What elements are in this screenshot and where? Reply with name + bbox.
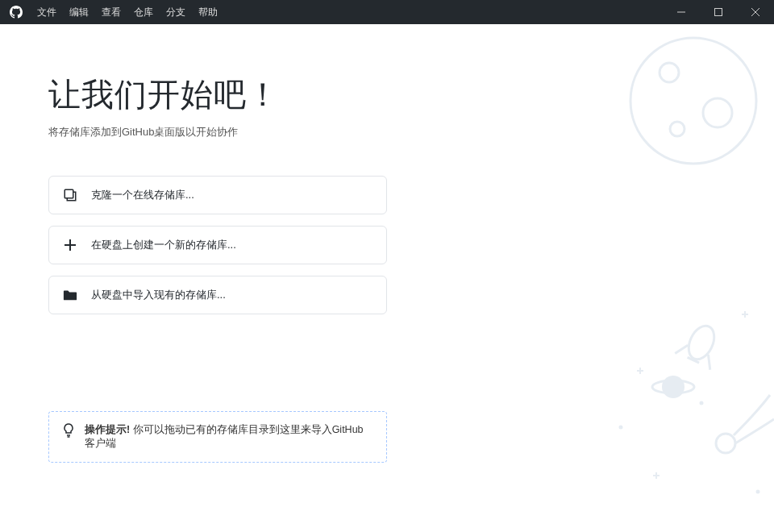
svg-rect-4: [64, 189, 73, 198]
page-subtitle: 将存储库添加到GitHub桌面版以开始协作: [48, 125, 435, 139]
add-repo-label: 从硬盘中导入现有的存储库...: [91, 288, 226, 302]
svg-point-9: [630, 38, 756, 164]
protip-box: 操作提示! 你可以拖动已有的存储库目录到这里来导入GitHub客户端: [48, 411, 387, 463]
create-repo-label: 在硬盘上创建一个新的存储库...: [91, 238, 236, 252]
content-area: 让我们开始吧！ 将存储库添加到GitHub桌面版以开始协作 克隆一个在线存储库.…: [0, 24, 774, 532]
svg-point-10: [660, 63, 679, 82]
svg-line-14: [675, 342, 688, 357]
window-controls: [663, 0, 774, 24]
maximize-button[interactable]: [700, 0, 737, 24]
hero: 让我们开始吧！ 将存储库添加到GitHub桌面版以开始协作: [0, 24, 435, 139]
decorative-illustration: [452, 24, 774, 532]
page-title: 让我们开始吧！: [48, 73, 435, 117]
svg-line-16: [688, 357, 700, 363]
clone-repo-button[interactable]: 克隆一个在线存储库...: [48, 176, 387, 214]
clone-icon: [62, 188, 78, 202]
clone-repo-label: 克隆一个在线存储库...: [91, 188, 194, 202]
add-repo-button[interactable]: 从硬盘中导入现有的存储库...: [48, 276, 387, 314]
lightbulb-icon: [62, 423, 75, 442]
plus-icon: [62, 239, 78, 251]
svg-line-15: [703, 355, 716, 370]
svg-rect-1: [715, 9, 722, 16]
svg-point-13: [684, 322, 719, 364]
svg-point-12: [670, 122, 685, 136]
create-repo-button[interactable]: 在硬盘上创建一个新的存储库...: [48, 226, 387, 264]
folder-icon: [62, 289, 78, 301]
title-bar: 文件 编辑 查看 仓库 分支 帮助: [0, 0, 774, 24]
svg-point-11: [703, 98, 732, 127]
svg-point-28: [757, 491, 759, 493]
close-button[interactable]: [737, 0, 774, 24]
svg-point-19: [716, 434, 735, 453]
svg-point-26: [701, 402, 703, 405]
menu-bar: 文件 编辑 查看 仓库 分支 帮助: [31, 0, 224, 24]
menu-view[interactable]: 查看: [95, 0, 127, 24]
options-list: 克隆一个在线存储库... 在硬盘上创建一个新的存储库... 从硬盘中导入现有的存…: [0, 176, 387, 314]
github-logo-icon: [0, 6, 31, 19]
menu-repository[interactable]: 仓库: [127, 0, 160, 24]
svg-point-18: [652, 380, 694, 393]
svg-point-17: [662, 376, 685, 398]
minimize-button[interactable]: [663, 0, 700, 24]
protip-text: 操作提示! 你可以拖动已有的存储库目录到这里来导入GitHub客户端: [85, 423, 373, 451]
menu-file[interactable]: 文件: [31, 0, 63, 24]
menu-edit[interactable]: 编辑: [63, 0, 95, 24]
protip-prefix: 操作提示!: [85, 424, 130, 435]
menu-branch[interactable]: 分支: [160, 0, 192, 24]
svg-point-27: [620, 426, 622, 429]
menu-help[interactable]: 帮助: [192, 0, 224, 24]
